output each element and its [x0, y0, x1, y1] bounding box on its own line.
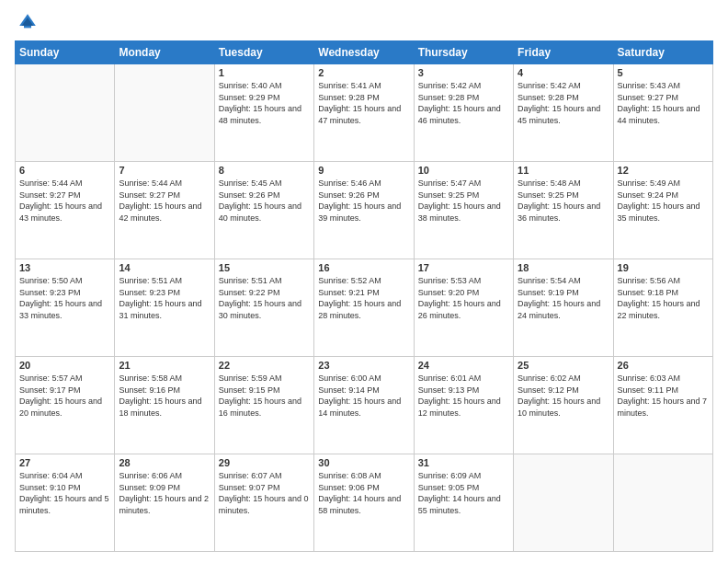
calendar-cell: 1 Sunrise: 5:40 AM Sunset: 9:29 PM Dayli…	[214, 64, 313, 162]
calendar-cell: 26 Sunrise: 6:03 AM Sunset: 9:11 PM Dayl…	[613, 357, 712, 454]
calendar-cell: 8 Sunrise: 5:45 AM Sunset: 9:26 PM Dayli…	[214, 162, 313, 259]
day-info: Sunrise: 5:44 AM Sunset: 9:27 PM Dayligh…	[119, 178, 210, 224]
day-info: Sunrise: 5:48 AM Sunset: 9:25 PM Dayligh…	[518, 178, 609, 224]
calendar-cell: 23 Sunrise: 6:00 AM Sunset: 9:14 PM Dayl…	[314, 357, 414, 454]
calendar-cell: 28 Sunrise: 6:06 AM Sunset: 9:09 PM Dayl…	[115, 454, 214, 552]
day-number: 16	[318, 262, 409, 273]
col-header-saturday: Saturday	[613, 41, 712, 64]
day-info: Sunrise: 5:42 AM Sunset: 9:28 PM Dayligh…	[418, 80, 509, 126]
day-number: 25	[518, 360, 609, 371]
calendar-cell: 17 Sunrise: 5:53 AM Sunset: 9:20 PM Dayl…	[414, 259, 513, 357]
day-number: 13	[19, 262, 110, 273]
col-header-sunday: Sunday	[16, 41, 115, 64]
day-info: Sunrise: 5:51 AM Sunset: 9:23 PM Dayligh…	[119, 275, 210, 321]
day-number: 10	[418, 165, 509, 176]
calendar-cell	[115, 64, 214, 162]
day-number: 6	[19, 165, 110, 176]
calendar-cell: 18 Sunrise: 5:54 AM Sunset: 9:19 PM Dayl…	[514, 259, 613, 357]
calendar-cell: 20 Sunrise: 5:57 AM Sunset: 9:17 PM Dayl…	[16, 357, 115, 454]
logo-icon	[17, 11, 39, 33]
day-number: 4	[518, 67, 609, 78]
day-number: 22	[219, 360, 310, 371]
col-header-thursday: Thursday	[414, 41, 513, 64]
calendar-cell: 14 Sunrise: 5:51 AM Sunset: 9:23 PM Dayl…	[115, 259, 214, 357]
calendar-cell	[613, 454, 712, 552]
calendar-week-1: 6 Sunrise: 5:44 AM Sunset: 9:27 PM Dayli…	[16, 162, 713, 259]
calendar-cell	[16, 64, 115, 162]
calendar-cell: 15 Sunrise: 5:51 AM Sunset: 9:22 PM Dayl…	[214, 259, 313, 357]
calendar-header-row: SundayMondayTuesdayWednesdayThursdayFrid…	[16, 41, 713, 64]
calendar-cell: 31 Sunrise: 6:09 AM Sunset: 9:05 PM Dayl…	[414, 454, 513, 552]
day-number: 9	[318, 165, 409, 176]
day-number: 2	[318, 67, 409, 78]
calendar-cell: 27 Sunrise: 6:04 AM Sunset: 9:10 PM Dayl…	[16, 454, 115, 552]
day-info: Sunrise: 5:58 AM Sunset: 9:16 PM Dayligh…	[119, 373, 210, 419]
day-number: 1	[219, 67, 310, 78]
day-info: Sunrise: 5:46 AM Sunset: 9:26 PM Dayligh…	[318, 178, 409, 224]
calendar-cell: 10 Sunrise: 5:47 AM Sunset: 9:25 PM Dayl…	[414, 162, 513, 259]
day-info: Sunrise: 6:06 AM Sunset: 9:09 PM Dayligh…	[119, 470, 210, 516]
calendar-cell: 21 Sunrise: 5:58 AM Sunset: 9:16 PM Dayl…	[115, 357, 214, 454]
day-number: 21	[119, 360, 210, 371]
calendar-week-3: 20 Sunrise: 5:57 AM Sunset: 9:17 PM Dayl…	[16, 357, 713, 454]
day-number: 27	[19, 457, 110, 468]
day-number: 14	[119, 262, 210, 273]
calendar-cell: 11 Sunrise: 5:48 AM Sunset: 9:25 PM Dayl…	[514, 162, 613, 259]
day-info: Sunrise: 6:00 AM Sunset: 9:14 PM Dayligh…	[318, 373, 409, 419]
day-info: Sunrise: 5:42 AM Sunset: 9:28 PM Dayligh…	[518, 80, 609, 126]
day-info: Sunrise: 6:01 AM Sunset: 9:13 PM Dayligh…	[418, 373, 509, 419]
day-info: Sunrise: 5:53 AM Sunset: 9:20 PM Dayligh…	[418, 275, 509, 321]
calendar-cell: 22 Sunrise: 5:59 AM Sunset: 9:15 PM Dayl…	[214, 357, 313, 454]
day-number: 24	[418, 360, 509, 371]
svg-rect-2	[24, 26, 31, 28]
day-number: 12	[618, 165, 709, 176]
day-info: Sunrise: 6:08 AM Sunset: 9:06 PM Dayligh…	[318, 470, 409, 516]
day-info: Sunrise: 5:44 AM Sunset: 9:27 PM Dayligh…	[19, 178, 110, 224]
calendar-cell	[514, 454, 613, 552]
day-number: 28	[119, 457, 210, 468]
header	[15, 11, 713, 33]
day-info: Sunrise: 5:40 AM Sunset: 9:29 PM Dayligh…	[219, 80, 310, 126]
day-number: 5	[618, 67, 709, 78]
calendar-cell: 6 Sunrise: 5:44 AM Sunset: 9:27 PM Dayli…	[16, 162, 115, 259]
calendar-cell: 7 Sunrise: 5:44 AM Sunset: 9:27 PM Dayli…	[115, 162, 214, 259]
day-number: 15	[219, 262, 310, 273]
page: SundayMondayTuesdayWednesdayThursdayFrid…	[0, 0, 728, 563]
col-header-wednesday: Wednesday	[314, 41, 414, 64]
col-header-monday: Monday	[115, 41, 214, 64]
day-number: 31	[418, 457, 509, 468]
calendar-cell: 25 Sunrise: 6:02 AM Sunset: 9:12 PM Dayl…	[514, 357, 613, 454]
calendar-cell: 5 Sunrise: 5:43 AM Sunset: 9:27 PM Dayli…	[613, 64, 712, 162]
calendar-week-0: 1 Sunrise: 5:40 AM Sunset: 9:29 PM Dayli…	[16, 64, 713, 162]
day-info: Sunrise: 5:50 AM Sunset: 9:23 PM Dayligh…	[19, 275, 110, 321]
day-number: 17	[418, 262, 509, 273]
calendar-cell: 4 Sunrise: 5:42 AM Sunset: 9:28 PM Dayli…	[514, 64, 613, 162]
day-info: Sunrise: 5:51 AM Sunset: 9:22 PM Dayligh…	[219, 275, 310, 321]
day-info: Sunrise: 5:49 AM Sunset: 9:24 PM Dayligh…	[618, 178, 709, 224]
calendar-cell: 12 Sunrise: 5:49 AM Sunset: 9:24 PM Dayl…	[613, 162, 712, 259]
day-info: Sunrise: 6:07 AM Sunset: 9:07 PM Dayligh…	[219, 470, 310, 516]
day-number: 29	[219, 457, 310, 468]
day-number: 26	[618, 360, 709, 371]
calendar-week-4: 27 Sunrise: 6:04 AM Sunset: 9:10 PM Dayl…	[16, 454, 713, 552]
col-header-friday: Friday	[514, 41, 613, 64]
day-info: Sunrise: 5:54 AM Sunset: 9:19 PM Dayligh…	[518, 275, 609, 321]
day-number: 3	[418, 67, 509, 78]
day-info: Sunrise: 5:56 AM Sunset: 9:18 PM Dayligh…	[618, 275, 709, 321]
day-info: Sunrise: 6:03 AM Sunset: 9:11 PM Dayligh…	[618, 373, 709, 419]
day-info: Sunrise: 5:59 AM Sunset: 9:15 PM Dayligh…	[219, 373, 310, 419]
day-number: 30	[318, 457, 409, 468]
day-info: Sunrise: 5:52 AM Sunset: 9:21 PM Dayligh…	[318, 275, 409, 321]
calendar-cell: 9 Sunrise: 5:46 AM Sunset: 9:26 PM Dayli…	[314, 162, 414, 259]
calendar-cell: 13 Sunrise: 5:50 AM Sunset: 9:23 PM Dayl…	[16, 259, 115, 357]
calendar-cell: 16 Sunrise: 5:52 AM Sunset: 9:21 PM Dayl…	[314, 259, 414, 357]
calendar-cell: 19 Sunrise: 5:56 AM Sunset: 9:18 PM Dayl…	[613, 259, 712, 357]
day-info: Sunrise: 5:43 AM Sunset: 9:27 PM Dayligh…	[618, 80, 709, 126]
day-number: 20	[19, 360, 110, 371]
day-number: 23	[318, 360, 409, 371]
calendar-cell: 2 Sunrise: 5:41 AM Sunset: 9:28 PM Dayli…	[314, 64, 414, 162]
day-number: 8	[219, 165, 310, 176]
day-number: 18	[518, 262, 609, 273]
day-info: Sunrise: 5:57 AM Sunset: 9:17 PM Dayligh…	[19, 373, 110, 419]
calendar-cell: 3 Sunrise: 5:42 AM Sunset: 9:28 PM Dayli…	[414, 64, 513, 162]
